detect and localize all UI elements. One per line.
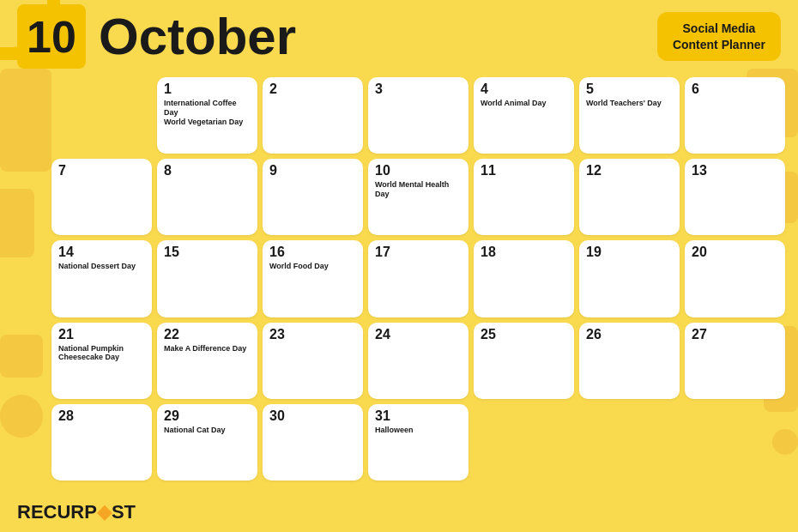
day-cell: 17	[368, 240, 469, 317]
logo: RECURP◆ST	[17, 501, 136, 523]
day-number: 9	[269, 164, 356, 178]
day-number: 12	[586, 164, 673, 178]
day-cell: 26	[579, 323, 680, 399]
day-number: 3	[375, 82, 462, 96]
day-cell: 11	[474, 159, 574, 235]
branding-line2: Content Planner	[673, 38, 765, 51]
day-cell: 4World Animal Day	[474, 77, 574, 154]
day-cell: 8	[157, 159, 257, 235]
day-event: World Animal Day	[481, 99, 567, 108]
bg-decoration-1	[0, 69, 51, 172]
day-number: 22	[164, 328, 251, 342]
day-cell	[474, 404, 574, 481]
day-cell: 3	[368, 77, 469, 154]
day-number: 25	[481, 328, 567, 342]
day-cell: 15	[157, 240, 257, 317]
day-number: 5	[586, 82, 673, 96]
day-cell: 21National Pumpkin Cheesecake Day	[51, 323, 152, 399]
day-number: 20	[692, 245, 778, 259]
branding-box: Social Media Content Planner	[657, 12, 781, 60]
day-number: 26	[586, 328, 673, 342]
day-cell: 10World Mental Health Day	[368, 159, 469, 235]
day-cell	[51, 77, 152, 154]
day-cell: 9	[263, 159, 363, 235]
calendar-container: 1International Coffee DayWorld Vegetaria…	[51, 77, 785, 481]
day-number: 23	[269, 328, 356, 342]
logo-part1: RECURP	[17, 501, 97, 523]
day-cell: 14National Dessert Day	[51, 240, 152, 317]
day-event: Make A Difference Day	[164, 344, 251, 354]
day-cell: 22Make A Difference Day	[157, 323, 257, 399]
footer: RECURP◆ST	[17, 501, 136, 523]
bg-decoration-2	[0, 189, 34, 257]
day-cell: 5World Teachers' Day	[579, 77, 680, 154]
day-number: 24	[375, 328, 462, 342]
day-number: 18	[481, 245, 567, 259]
day-number: 19	[586, 245, 673, 259]
day-number: 1	[164, 82, 251, 96]
branding-line1: Social Media	[683, 21, 756, 35]
day-number: 21	[58, 328, 145, 342]
day-cell: 23	[263, 323, 363, 399]
day-cell: 6	[685, 77, 785, 154]
logo-part2: ◆	[97, 501, 112, 523]
day-number: 15	[164, 245, 251, 259]
day-event: World Food Day	[269, 262, 356, 271]
day-number: 30	[269, 409, 356, 423]
day-cell: 27	[685, 323, 785, 399]
day-event: National Cat Day	[164, 426, 251, 435]
day-number: 28	[58, 409, 145, 423]
day-cell: 13	[685, 159, 785, 235]
logo-part3: ST	[112, 501, 136, 523]
header: 10 October Social Media Content Planner	[0, 0, 798, 73]
day-event: National Dessert Day	[58, 262, 145, 271]
month-number: 10	[17, 4, 86, 69]
day-event: World Mental Health Day	[375, 180, 462, 199]
day-cell: 24	[368, 323, 469, 399]
day-number: 11	[481, 164, 567, 178]
day-number: 8	[164, 164, 251, 178]
day-cell: 1International Coffee DayWorld Vegetaria…	[157, 77, 257, 154]
day-event: Halloween	[375, 426, 462, 435]
day-cell: 20	[685, 240, 785, 317]
calendar-grid: 1International Coffee DayWorld Vegetaria…	[51, 77, 785, 481]
day-event: National Pumpkin Cheesecake Day	[58, 344, 145, 363]
day-number: 14	[58, 245, 145, 259]
day-cell: 16World Food Day	[263, 240, 363, 317]
day-event: International Coffee Day	[164, 99, 251, 118]
month-name: October	[99, 11, 296, 63]
day-cell	[579, 404, 680, 481]
day-cell	[685, 404, 785, 481]
day-number: 31	[375, 409, 462, 423]
day-number: 17	[375, 245, 462, 259]
day-cell: 28	[51, 404, 152, 481]
day-cell: 31Halloween	[368, 404, 469, 481]
day-number: 10	[375, 164, 462, 178]
day-cell: 25	[474, 323, 574, 399]
day-cell: 19	[579, 240, 680, 317]
day-number: 29	[164, 409, 251, 423]
day-number: 6	[692, 82, 778, 96]
day-number: 4	[481, 82, 567, 96]
day-cell: 29National Cat Day	[157, 404, 257, 481]
day-number: 13	[692, 164, 778, 178]
bg-decoration-3	[0, 335, 43, 378]
day-cell: 12	[579, 159, 680, 235]
day-number: 7	[58, 164, 145, 178]
day-number: 2	[269, 82, 356, 96]
day-cell: 7	[51, 159, 152, 235]
day-cell: 30	[263, 404, 363, 481]
bg-decoration-4	[0, 395, 43, 438]
day-number: 27	[692, 328, 778, 342]
day-cell: 2	[263, 77, 363, 154]
day-event: World Vegetarian Day	[164, 118, 251, 127]
day-number: 16	[269, 245, 356, 259]
day-cell: 18	[474, 240, 574, 317]
day-event: World Teachers' Day	[586, 99, 673, 108]
